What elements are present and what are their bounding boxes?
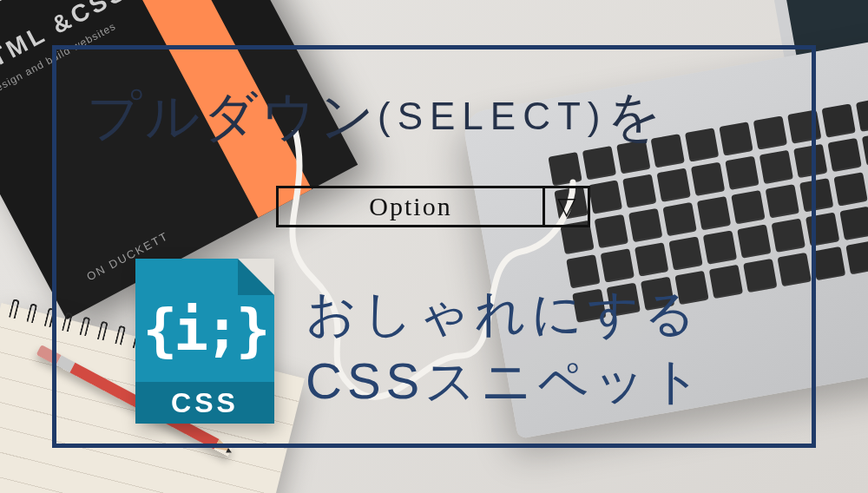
select-label: Option — [279, 188, 542, 225]
subtitle-block: おしゃれにする CSSスニペット — [306, 279, 707, 416]
file-fold-corner — [238, 259, 274, 295]
heading-line: プルダウン(SELECT)を — [87, 80, 799, 153]
select-illustration: Option ▽ — [276, 186, 590, 227]
heading-tail: を — [607, 86, 665, 146]
select-arrow-cell: ▽ — [542, 188, 588, 225]
css-file-icon: {i;} CSS — [135, 259, 274, 424]
background-scene: HTML &CSS design and build websites ON D… — [0, 0, 868, 493]
css-band-label: CSS — [135, 382, 274, 424]
heading-main: プルダウン — [87, 86, 378, 146]
subtitle-line2: CSSスニペット — [306, 347, 707, 415]
heading-select: (SELECT) — [378, 95, 607, 137]
subtitle-line1: おしゃれにする — [306, 279, 707, 347]
chevron-down-icon: ▽ — [557, 194, 576, 219]
css-braces-glyph: {i;} — [135, 297, 274, 364]
